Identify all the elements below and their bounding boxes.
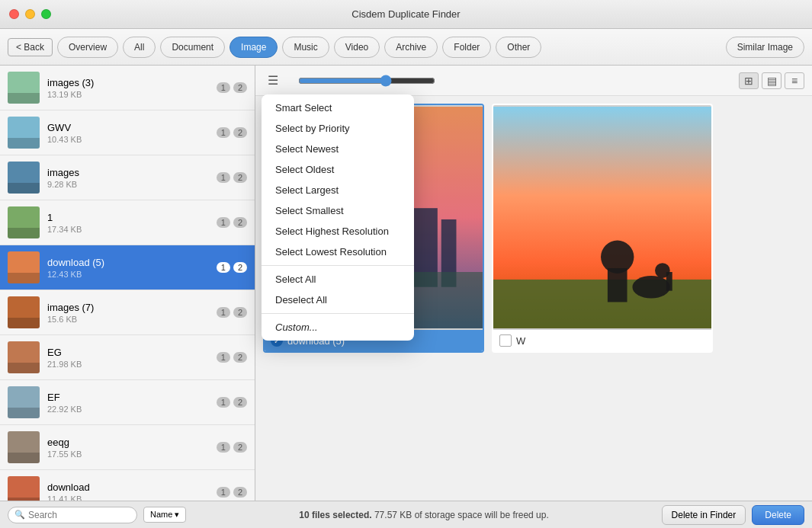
list-item[interactable]: GWV 10.43 KB 1 2: [0, 110, 255, 155]
right-panel: ☰ ⊞ ▤ ≡ Smart SelectSelect by PrioritySe…: [255, 66, 812, 501]
count-badge-1: 1: [217, 487, 230, 498]
window-controls: [9, 9, 51, 19]
item-size: 17.55 KB: [47, 450, 209, 459]
svg-point-39: [655, 263, 670, 278]
select-dropdown-menu: Smart SelectSelect by PrioritySelect New…: [262, 94, 414, 341]
minimize-button[interactable]: [25, 9, 35, 19]
svg-rect-36: [608, 268, 627, 302]
item-info: GWV 10.43 KB: [47, 122, 209, 144]
menu-item-select-by-priority[interactable]: Select by Priority: [262, 118, 414, 139]
similar-image-button[interactable]: Similar Image: [726, 37, 804, 58]
item-counts: 1 2: [217, 127, 247, 138]
item-name: download (5): [47, 257, 209, 268]
item-name: EG: [47, 347, 209, 358]
filmstrip-view-button[interactable]: ▤: [762, 72, 782, 89]
svg-point-37: [632, 276, 669, 299]
menu-item-select-largest[interactable]: Select Largest: [262, 180, 414, 200]
count-badge-2: 2: [233, 307, 247, 318]
item-size: 9.28 KB: [47, 180, 209, 189]
hamburger-icon: ☰: [268, 74, 278, 87]
menu-item-select-oldest[interactable]: Select Oldest: [262, 159, 414, 180]
item-info: 1 17.34 KB: [47, 212, 209, 234]
svg-rect-34: [493, 280, 711, 328]
menu-item-select-smallest[interactable]: Select Smallest: [262, 200, 414, 221]
count-badge-2: 2: [233, 442, 247, 453]
svg-rect-9: [8, 273, 40, 283]
count-badge-1: 1: [217, 172, 230, 183]
search-box[interactable]: 🔍: [8, 507, 137, 523]
count-badge-2: 2: [233, 352, 247, 363]
search-input[interactable]: [28, 510, 120, 520]
menu-item-deselect-all[interactable]: Deselect All: [262, 290, 414, 310]
item-info: images (7) 15.6 KB: [47, 302, 209, 324]
count-badge-1: 1: [217, 82, 230, 93]
list-item[interactable]: images (3) 13.19 KB 1 2: [0, 66, 255, 110]
item-info: images (3) 13.19 KB: [47, 77, 209, 99]
card-image-area: [493, 105, 711, 330]
count-badge-2: 2: [233, 217, 247, 228]
image-card[interactable]: W: [492, 104, 713, 353]
menu-item-smart-select[interactable]: Smart Select: [262, 98, 414, 118]
menu-item-select-all[interactable]: Select All: [262, 269, 414, 290]
item-info: eeqg 17.55 KB: [47, 437, 209, 459]
list-item[interactable]: images (7) 15.6 KB 1 2: [0, 290, 255, 335]
count-badge-1: 1: [217, 127, 230, 138]
sort-button[interactable]: Name ▾: [143, 507, 186, 523]
menu-item-select-highest-resolution[interactable]: Select Highest Resolution: [262, 221, 414, 242]
grid-view-button[interactable]: ⊞: [739, 72, 759, 89]
file-list-panel: images (3) 13.19 KB 1 2 GWV 10.43 KB 1 2: [0, 66, 255, 501]
item-size: 12.43 KB: [47, 270, 209, 279]
item-counts: 1 2: [217, 172, 247, 183]
list-item[interactable]: EF 22.92 KB 1 2: [0, 380, 255, 425]
tab-folder[interactable]: Folder: [442, 37, 491, 58]
item-info: download 11.41 KB: [47, 482, 209, 501]
list-item[interactable]: eeqg 17.55 KB 1 2: [0, 425, 255, 470]
delete-button[interactable]: Delete: [752, 505, 804, 525]
count-badge-1: 1: [217, 352, 230, 363]
tab-other[interactable]: Other: [496, 37, 541, 58]
item-thumbnail: [8, 386, 40, 418]
maximize-button[interactable]: [41, 9, 51, 19]
menu-separator: [262, 265, 414, 266]
right-toolbar: ☰ ⊞ ▤ ≡: [255, 66, 812, 96]
select-menu-button[interactable]: ☰: [263, 72, 283, 89]
item-thumbnail: [8, 206, 40, 238]
count-badge-1: 1: [217, 217, 230, 228]
item-thumbnail: [8, 162, 40, 194]
list-item[interactable]: 1 17.34 KB 1 2: [0, 200, 255, 245]
list-item[interactable]: images 9.28 KB 1 2: [0, 155, 255, 200]
tab-music[interactable]: Music: [282, 37, 329, 58]
item-name: download: [47, 482, 209, 493]
delete-in-finder-button[interactable]: Delete in Finder: [662, 505, 746, 525]
app-title: Cisdem Duplicate Finder: [351, 8, 460, 20]
list-item[interactable]: EG 21.98 KB 1 2: [0, 335, 255, 380]
tab-overview[interactable]: Overview: [57, 37, 118, 58]
item-thumbnail: [8, 431, 40, 463]
tab-all[interactable]: All: [123, 37, 156, 58]
tab-archive[interactable]: Archive: [384, 37, 438, 58]
zoom-slider[interactable]: [298, 75, 435, 87]
card-checkbox[interactable]: [499, 334, 512, 347]
svg-rect-3: [8, 138, 40, 149]
menu-item-custom[interactable]: Custom...: [262, 317, 414, 338]
menu-item-select-newest[interactable]: Select Newest: [262, 139, 414, 159]
item-counts: 1 2: [217, 262, 247, 273]
back-button[interactable]: < Back: [8, 38, 53, 56]
close-button[interactable]: [9, 9, 19, 19]
card-footer: W: [493, 330, 711, 351]
bottom-right: Delete in Finder Delete: [662, 505, 804, 525]
tab-document[interactable]: Document: [160, 37, 225, 58]
item-name: eeqg: [47, 437, 209, 448]
item-name: images: [47, 167, 209, 178]
tab-video[interactable]: Video: [334, 37, 380, 58]
menu-item-select-lowest-resolution[interactable]: Select Lowest Resolution: [262, 242, 414, 262]
list-view-button[interactable]: ≡: [785, 72, 804, 89]
list-item[interactable]: download 11.41 KB 1 2: [0, 470, 255, 501]
item-thumbnail: [8, 296, 40, 328]
count-badge-2: 2: [233, 487, 247, 498]
tab-image[interactable]: Image: [229, 37, 278, 58]
list-item[interactable]: download (5) 12.43 KB 1 2: [0, 245, 255, 290]
zoom-slider-container: [290, 75, 731, 87]
title-bar: Cisdem Duplicate Finder: [0, 0, 812, 29]
item-size: 21.98 KB: [47, 360, 209, 369]
